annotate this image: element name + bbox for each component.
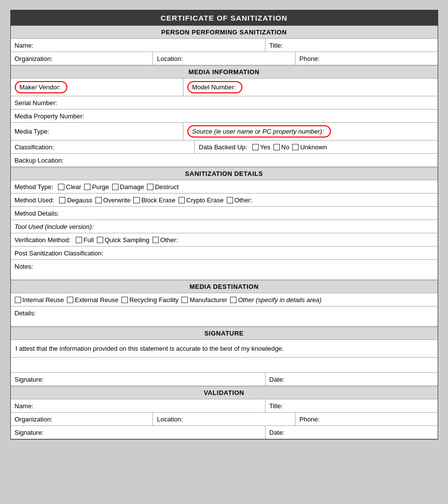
property-cell: Media Property Number: — [11, 110, 438, 122]
signature-date-row: Signature: Date: — [11, 373, 438, 386]
destruct-item: Destruct — [147, 183, 179, 191]
crypto-erase-item: Crypto Erase — [179, 196, 224, 204]
quick-sampling-item: Quick Sampling — [97, 236, 149, 244]
method-used-row: Method Used: Degauss Overwrite Block Era… — [11, 194, 438, 207]
model-label: Model Number: — [192, 84, 236, 91]
recycling-item: Recycling Facility — [121, 296, 179, 304]
clear-item: Clear — [58, 183, 81, 191]
unknown-label: Unknown — [300, 143, 327, 151]
val-org-row: Organization: Location: Phone: — [11, 413, 438, 426]
damage-checkbox[interactable] — [112, 184, 119, 190]
dest-other-label: Other (specify in details area) — [238, 296, 322, 304]
method-details-row: Method Details: — [11, 207, 438, 220]
other-method-checkbox[interactable] — [227, 197, 233, 203]
signature-blank-cell — [11, 358, 438, 372]
block-erase-checkbox[interactable] — [133, 197, 140, 203]
title-cell: Title: — [266, 39, 438, 52]
main-title: CERTIFICATE OF SANITIZATION — [11, 10, 438, 26]
destruct-checkbox[interactable] — [147, 184, 153, 190]
destination-options-cell: Internal Reuse External Reuse Recycling … — [11, 293, 438, 306]
manufacturer-checkbox[interactable] — [181, 297, 188, 303]
overwrite-label: Overwrite — [103, 196, 131, 204]
full-label: Full — [84, 236, 94, 244]
val-name-title-row: Name: Title: — [11, 399, 438, 413]
val-phone-cell: Phone: — [296, 413, 438, 425]
attest-row: I attest that the information provided o… — [11, 340, 438, 358]
method-type-label: Method Type: — [15, 183, 54, 191]
unknown-checkbox[interactable] — [292, 144, 299, 150]
other2-checkbox[interactable] — [152, 237, 159, 243]
crypto-erase-checkbox[interactable] — [179, 197, 185, 203]
val-org-cell: Organization: — [11, 413, 153, 425]
internal-reuse-item: Internal Reuse — [15, 296, 64, 304]
post-class-row: Post Sanitization Classification: — [11, 247, 438, 260]
details-label: Details: — [15, 309, 36, 317]
destruct-label: Destruct — [155, 183, 179, 191]
block-erase-item: Block Erase — [133, 196, 175, 204]
make-label-highlighted: Make/ Vendor: — [15, 81, 68, 93]
val-org-label: Organization: — [15, 416, 53, 423]
method-details-cell: Method Details: — [11, 207, 438, 220]
sanitization-section-header: SANITIZATION DETAILS — [11, 167, 438, 180]
method-details-label: Method Details: — [15, 210, 59, 217]
method-type-row: Method Type: Clear Purge Damage Destruct — [11, 180, 438, 194]
tool-used-cell: Tool Used (include version): — [11, 220, 438, 233]
val-name-label: Name: — [15, 402, 33, 410]
internal-reuse-checkbox[interactable] — [15, 297, 21, 303]
source-cell: Source (ie user name or PC property numb… — [183, 123, 438, 140]
serial-cell: Serial Number: — [11, 96, 438, 109]
full-item: Full — [76, 236, 94, 244]
validation-section-header: VALIDATION — [11, 386, 438, 399]
yes-checkbox-item: Yes — [252, 143, 270, 151]
model-label-highlighted: Model Number: — [187, 81, 243, 93]
dest-other-checkbox[interactable] — [230, 297, 237, 303]
quick-sampling-checkbox[interactable] — [97, 237, 103, 243]
sig-signature-cell: Signature: — [11, 373, 266, 386]
full-checkbox[interactable] — [76, 237, 82, 243]
name-cell: Name: — [11, 39, 266, 52]
title-text: CERTIFICATE OF SANITIZATION — [160, 14, 287, 22]
org-label: Organization: — [15, 55, 53, 62]
media-section-header: MEDIA INFORMATION — [11, 65, 438, 79]
purge-checkbox[interactable] — [84, 184, 90, 190]
clear-label: Clear — [66, 183, 81, 191]
destination-section-header: MEDIA DESTINATION — [11, 280, 438, 293]
other-method-item: Other: — [227, 196, 252, 204]
notes-row: Notes: — [11, 260, 438, 280]
title-label: Title: — [269, 42, 283, 49]
type-label: Media Type: — [15, 128, 50, 135]
val-name-cell: Name: — [11, 399, 266, 412]
val-date-label: Date: — [269, 429, 285, 436]
val-date-cell: Date: — [266, 426, 438, 439]
manufacturer-label: Manufacturer — [189, 296, 227, 304]
overwrite-checkbox[interactable] — [95, 197, 102, 203]
post-class-cell: Post Sanitization Classification: — [11, 247, 438, 259]
yes-checkbox[interactable] — [252, 144, 259, 150]
clear-checkbox[interactable] — [58, 184, 64, 190]
block-erase-label: Block Erase — [141, 196, 175, 204]
no-checkbox[interactable] — [273, 144, 280, 150]
recycling-checkbox[interactable] — [121, 297, 128, 303]
val-sig-label: Signature: — [15, 429, 44, 436]
damage-item: Damage — [112, 183, 144, 191]
data-backed-cell: Data Backed Up: Yes No Unknown — [195, 140, 437, 153]
no-checkbox-item: No — [273, 143, 290, 151]
sig-signature-label: Signature: — [15, 376, 44, 383]
signature-section-header: SIGNATURE — [11, 327, 438, 340]
source-label: Source (ie user name or PC property numb… — [192, 128, 324, 135]
degauss-item: Degauss — [59, 196, 92, 204]
no-label: No — [281, 143, 290, 151]
source-label-highlighted: Source (ie user name or PC property numb… — [187, 125, 331, 138]
val-location-label: Location: — [157, 416, 183, 423]
unknown-checkbox-item: Unknown — [292, 143, 327, 151]
degauss-checkbox[interactable] — [59, 197, 65, 203]
val-location-cell: Location: — [153, 413, 296, 425]
classification-label: Classification: — [15, 143, 54, 151]
sig-date-label: Date: — [269, 376, 285, 383]
yes-label: Yes — [260, 143, 270, 151]
location-cell: Location: — [153, 52, 296, 65]
external-reuse-checkbox[interactable] — [67, 297, 73, 303]
details-row: Details: — [11, 307, 438, 327]
classification-cell: Classification: — [11, 140, 195, 153]
method-used-cell: Method Used: Degauss Overwrite Block Era… — [11, 194, 438, 206]
